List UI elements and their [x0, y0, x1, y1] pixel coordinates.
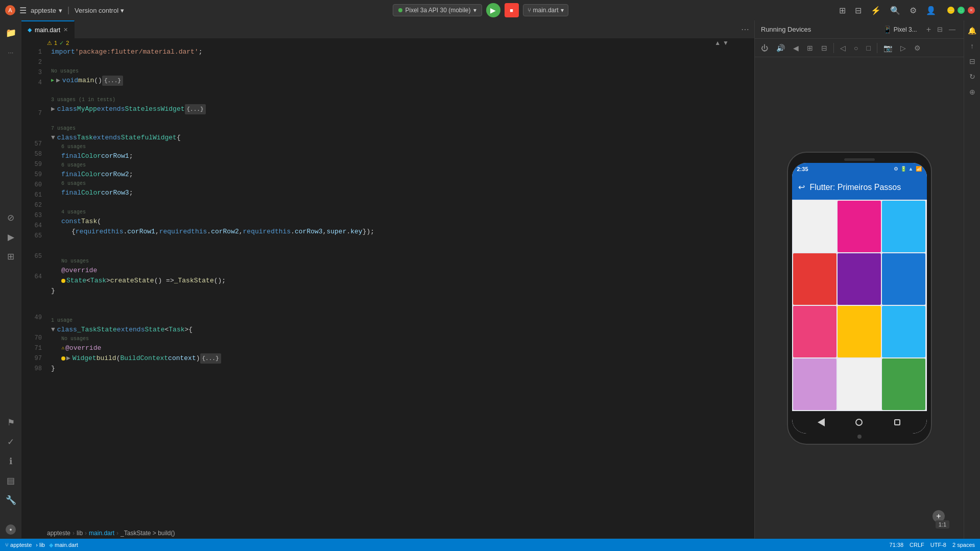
- code-line-empty1: [51, 114, 754, 125]
- main-area: 📁 ··· ⊘ ▶ ⊞ ⚑ ✓ ℹ ▤ 🔧 ● ◆ main.dart ✕ ⋯: [0, 20, 980, 539]
- va-key: key: [350, 227, 362, 237]
- bc-class[interactable]: _TaskState > build(): [121, 530, 175, 537]
- activity-debug[interactable]: ⚑: [3, 414, 19, 430]
- sb-location[interactable]: 71:38: [890, 542, 904, 548]
- activity-run[interactable]: ▶: [3, 229, 19, 246]
- sb-indent[interactable]: 2 spaces: [952, 542, 975, 548]
- lightning-icon[interactable]: ⚡: [869, 5, 883, 16]
- activity-files[interactable]: 📁: [3, 25, 19, 41]
- tab-close-button[interactable]: ✕: [63, 27, 68, 33]
- bc-sep-2: ›: [85, 530, 87, 537]
- warning-count[interactable]: ⚠ 1 ✓ 2: [47, 40, 69, 46]
- activity-alert[interactable]: ℹ: [3, 453, 19, 469]
- activity-ellipsis[interactable]: ···: [3, 44, 19, 60]
- device-action-2[interactable]: —: [947, 25, 958, 34]
- line-65: 65: [21, 231, 42, 241]
- toolbar-forward[interactable]: ▷: [898, 42, 908, 54]
- bc-folder[interactable]: lib: [77, 530, 83, 537]
- activity-git[interactable]: ⊘: [3, 210, 19, 226]
- toolbar-camera[interactable]: 📷: [881, 42, 894, 54]
- app-icon: A: [5, 5, 15, 15]
- activity-terminal[interactable]: ▤: [3, 472, 19, 489]
- plugins-icon[interactable]: ⊞: [837, 5, 848, 16]
- version-control-selector[interactable]: Version control ▾: [75, 7, 124, 14]
- back-triangle: [818, 418, 825, 426]
- sb-file-dart[interactable]: ◆ main.dart: [49, 542, 78, 548]
- phone-home-btn[interactable]: [854, 417, 864, 427]
- color-row-4: [793, 358, 926, 410]
- device-action-1[interactable]: ⊟: [935, 25, 945, 34]
- code-line-empty5: [51, 296, 754, 306]
- tabs-more-button[interactable]: ⋯: [736, 20, 754, 38]
- code-line-97: }: [51, 364, 754, 374]
- layout-icon[interactable]: ⊟: [853, 5, 864, 16]
- menu-icon[interactable]: ☰: [19, 6, 27, 15]
- toolbar-layout1[interactable]: ⊞: [805, 42, 815, 54]
- cl-buildcontext: BuildContext: [120, 353, 168, 364]
- device-tab-pixel[interactable]: 📱 Pixel 3...: [878, 23, 922, 36]
- user-avatar[interactable]: ●: [6, 524, 16, 535]
- toolbar-power[interactable]: ⏻: [759, 42, 770, 54]
- maximize-button[interactable]: □: [958, 7, 965, 14]
- warning-gutter: ⚠: [61, 343, 64, 353]
- rb-notifications[interactable]: 🔔: [966, 25, 978, 37]
- debug-dot-2: [61, 356, 65, 361]
- tab-main-dart[interactable]: ◆ main.dart ✕: [21, 20, 75, 38]
- search-icon[interactable]: 🔍: [888, 5, 902, 16]
- color-cell-2-3: [882, 253, 925, 305]
- cl-widget: Widget: [73, 353, 97, 364]
- line-1: 1: [21, 47, 42, 57]
- code-line-63: { required this . corRow1 , required thi…: [51, 227, 754, 237]
- toolbar-back[interactable]: ◀: [791, 42, 801, 54]
- close-button[interactable]: ✕: [968, 7, 975, 14]
- toolbar-circle[interactable]: ○: [852, 42, 860, 54]
- rb-layout[interactable]: ⊟: [966, 55, 978, 67]
- bc-project[interactable]: appteste: [47, 530, 70, 537]
- block-main: {...}: [102, 76, 123, 86]
- activity-commit[interactable]: ✓: [3, 434, 19, 450]
- toolbar-settings[interactable]: ⚙: [912, 42, 923, 54]
- activity-plugins[interactable]: ⊞: [3, 249, 19, 265]
- phone-back-btn[interactable]: [816, 417, 826, 427]
- project-selector[interactable]: appteste ▾: [31, 7, 62, 14]
- activity-tools[interactable]: 🔧: [3, 492, 19, 508]
- minimize-button[interactable]: —: [947, 7, 954, 14]
- color-cell-1-3: [882, 201, 925, 252]
- phone-appbar: ↩ Flutter: Primeiros Passos: [792, 175, 927, 200]
- sb-lib[interactable]: › lib: [36, 542, 45, 548]
- line-66: [21, 241, 42, 251]
- pu-paren-task: (: [97, 217, 101, 227]
- account-icon[interactable]: 👤: [924, 5, 938, 16]
- branch-selector[interactable]: ⑂ main.dart ▾: [523, 4, 568, 16]
- code-line-58: final Color corRow1 ;: [51, 151, 754, 161]
- kw-class-task: class: [57, 133, 77, 143]
- toolbar-layout2[interactable]: ⊟: [819, 42, 829, 54]
- sb-git[interactable]: ⑂ appteste: [5, 542, 32, 548]
- info-icon: ✓: [59, 40, 64, 46]
- rb-arrow-up[interactable]: ↑: [966, 40, 978, 52]
- color-cell-3-1: [793, 306, 836, 357]
- toolbar-sound[interactable]: 🔊: [774, 42, 787, 54]
- error-down[interactable]: ▼: [723, 39, 729, 46]
- error-up[interactable]: ▲: [714, 39, 721, 46]
- line-62: 62: [21, 200, 42, 210]
- add-device-button[interactable]: +: [926, 25, 931, 34]
- rb-refresh[interactable]: ↻: [966, 70, 978, 83]
- rb-expand[interactable]: ⊕: [966, 86, 978, 98]
- toolbar-rotate-left[interactable]: ◁: [838, 42, 848, 54]
- device-selector[interactable]: Pixel 3a API 30 (mobile) ▾: [393, 4, 482, 16]
- run-button[interactable]: ▶: [486, 3, 500, 17]
- sb-encoding[interactable]: CRLF: [910, 542, 924, 548]
- color-cell-4-3: [882, 358, 925, 410]
- cl-state: State: [66, 276, 86, 286]
- device-dropdown-icon: ▾: [473, 7, 476, 14]
- stop-button[interactable]: ■: [505, 3, 519, 17]
- code-editor[interactable]: 1 2 3 4 7 57 58 59 59 60 61 62 63: [21, 47, 754, 528]
- project-dropdown-icon: ▾: [59, 7, 62, 14]
- phone-recent-btn[interactable]: [892, 417, 902, 427]
- toolbar-square[interactable]: □: [864, 42, 872, 54]
- sb-charset[interactable]: UTF-8: [930, 542, 946, 548]
- pu-build-end: ): [196, 353, 200, 364]
- settings-icon[interactable]: ⚙: [907, 5, 919, 16]
- bc-file[interactable]: main.dart: [89, 530, 114, 537]
